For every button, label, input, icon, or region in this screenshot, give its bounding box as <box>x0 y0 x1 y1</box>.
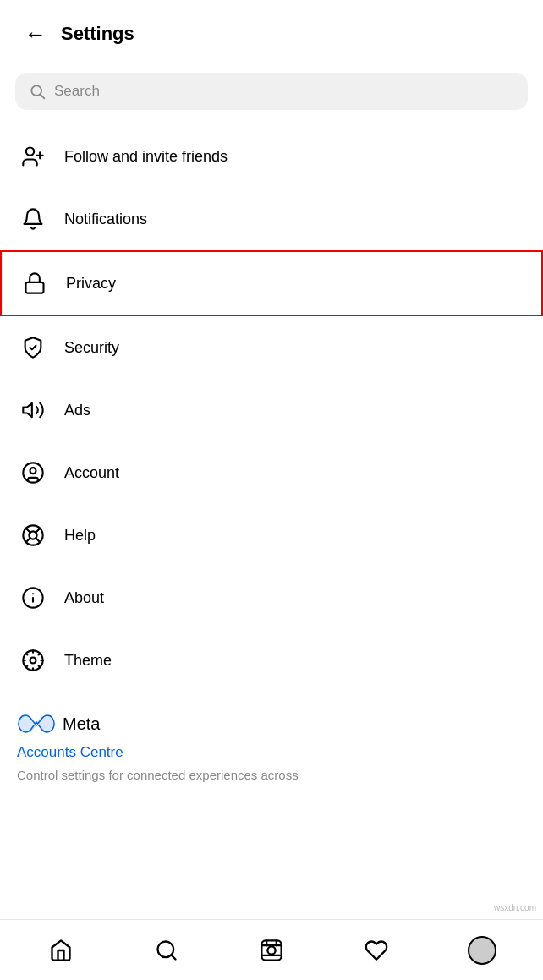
header: ← Settings <box>0 0 543 64</box>
settings-menu: Follow and invite friends Notifications … <box>0 125 543 692</box>
menu-label-theme: Theme <box>64 652 112 670</box>
menu-label-notifications: Notifications <box>64 211 147 228</box>
account-icon <box>17 457 49 489</box>
privacy-icon <box>19 267 51 299</box>
svg-point-7 <box>23 463 42 482</box>
menu-label-account: Account <box>64 464 119 482</box>
meta-description: Control settings for connected experienc… <box>17 766 526 784</box>
search-bar[interactable]: Search <box>15 73 528 110</box>
svg-marker-6 <box>23 403 31 417</box>
heart-icon <box>365 939 388 962</box>
follow-icon <box>17 140 49 172</box>
page-title: Settings <box>61 23 134 45</box>
menu-item-privacy[interactable]: Privacy <box>0 250 543 316</box>
meta-logo-icon <box>17 712 56 736</box>
nav-search[interactable] <box>140 923 194 977</box>
ads-icon <box>17 394 49 426</box>
menu-item-follow[interactable]: Follow and invite friends <box>0 125 543 188</box>
svg-line-21 <box>171 955 175 959</box>
theme-icon <box>17 644 49 676</box>
svg-point-2 <box>26 148 34 156</box>
search-placeholder: Search <box>54 83 100 100</box>
svg-line-14 <box>26 538 30 542</box>
back-button[interactable]: ← <box>17 15 54 52</box>
menu-label-follow: Follow and invite friends <box>64 148 228 166</box>
menu-label-privacy: Privacy <box>66 275 116 293</box>
svg-point-19 <box>30 658 36 664</box>
svg-point-8 <box>30 468 36 474</box>
menu-item-help[interactable]: Help <box>0 504 543 567</box>
menu-item-theme[interactable]: Theme <box>0 629 543 692</box>
svg-line-13 <box>36 528 40 533</box>
menu-item-notifications[interactable]: Notifications <box>0 188 543 250</box>
nav-home[interactable] <box>34 923 88 977</box>
menu-label-security: Security <box>64 339 119 357</box>
accounts-centre-link[interactable]: Accounts Centre <box>17 744 526 761</box>
nav-reels[interactable] <box>244 923 299 977</box>
search-container: Search <box>0 64 543 125</box>
nav-profile[interactable] <box>455 923 509 977</box>
search-nav-icon <box>155 939 178 962</box>
meta-section: Meta Accounts Centre Control settings fo… <box>0 692 543 791</box>
notifications-icon <box>17 203 49 235</box>
svg-point-23 <box>267 946 275 954</box>
svg-rect-5 <box>26 282 44 293</box>
menu-label-ads: Ads <box>64 402 90 419</box>
nav-activity[interactable] <box>349 923 403 977</box>
menu-label-about: About <box>64 589 104 607</box>
svg-line-1 <box>41 95 45 99</box>
menu-item-about[interactable]: About <box>0 567 543 629</box>
bottom-nav <box>0 919 543 980</box>
watermark: wsxdn.com <box>494 903 536 912</box>
svg-rect-22 <box>261 940 281 960</box>
profile-avatar <box>468 936 496 965</box>
search-icon <box>29 83 46 100</box>
security-icon <box>17 331 49 364</box>
menu-item-security[interactable]: Security <box>0 316 543 379</box>
menu-item-account[interactable]: Account <box>0 441 543 504</box>
svg-line-11 <box>26 528 30 533</box>
meta-logo-text: Meta <box>63 714 100 734</box>
back-arrow-icon: ← <box>25 21 47 47</box>
about-icon <box>17 582 49 614</box>
menu-label-help: Help <box>64 527 96 545</box>
meta-logo: Meta <box>17 712 526 736</box>
menu-item-ads[interactable]: Ads <box>0 379 543 441</box>
home-icon <box>49 939 73 962</box>
reels-icon <box>260 939 283 962</box>
svg-line-12 <box>36 538 40 542</box>
help-icon <box>17 519 49 551</box>
